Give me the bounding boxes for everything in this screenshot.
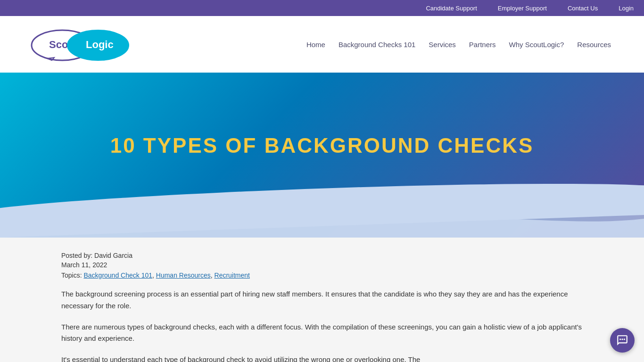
logo[interactable]: Scout Logic bbox=[28, 25, 132, 63]
svg-point-8 bbox=[624, 338, 625, 340]
top-bar-links: Candidate Support Employer Support Conta… bbox=[415, 0, 644, 16]
chat-icon bbox=[616, 334, 628, 346]
nav-services[interactable]: Services bbox=[424, 38, 461, 51]
comma-1: , bbox=[152, 272, 156, 279]
main-header: Scout Logic Home Background Checks 101 S… bbox=[0, 16, 644, 73]
hero-section: 10 TYPES OF BACKGROUND CHECKS bbox=[0, 73, 644, 238]
hero-wave bbox=[0, 190, 644, 238]
topic-bg101[interactable]: Background Check 101 bbox=[83, 272, 152, 279]
post-meta: Posted by: David Garcia March 11, 2022 T… bbox=[61, 252, 583, 279]
nav-why[interactable]: Why ScoutLogic? bbox=[504, 38, 569, 51]
logo-svg: Scout Logic bbox=[28, 25, 132, 63]
post-body: The background screening process is an e… bbox=[61, 288, 583, 362]
topic-recruitment[interactable]: Recruitment bbox=[215, 272, 250, 279]
paragraph-2: There are numerous types of background c… bbox=[61, 321, 583, 345]
contact-us-link[interactable]: Contact Us bbox=[557, 0, 608, 16]
post-topics: Topics: Background Check 101, Human Reso… bbox=[61, 272, 583, 279]
chat-button[interactable] bbox=[610, 328, 635, 353]
nav-home[interactable]: Home bbox=[302, 38, 330, 51]
topics-label: Topics: bbox=[61, 272, 82, 279]
hero-title: 10 TYPES OF BACKGROUND CHECKS bbox=[101, 106, 544, 176]
top-bar: Candidate Support Employer Support Conta… bbox=[0, 0, 644, 16]
paragraph-1: The background screening process is an e… bbox=[61, 288, 583, 312]
content-area: Posted by: David Garcia March 11, 2022 T… bbox=[0, 238, 644, 362]
svg-text:Logic: Logic bbox=[86, 39, 114, 50]
candidate-support-link[interactable]: Candidate Support bbox=[415, 0, 487, 16]
login-link[interactable]: Login bbox=[608, 0, 644, 16]
posted-by: Posted by: David Garcia bbox=[61, 252, 583, 259]
svg-point-7 bbox=[621, 338, 623, 340]
svg-point-6 bbox=[619, 338, 621, 340]
employer-support-link[interactable]: Employer Support bbox=[487, 0, 557, 16]
topic-hr[interactable]: Human Resources bbox=[156, 272, 211, 279]
comma-2: , bbox=[211, 272, 215, 279]
post-date: March 11, 2022 bbox=[61, 261, 583, 269]
main-nav: Home Background Checks 101 Services Part… bbox=[302, 38, 616, 51]
nav-partners[interactable]: Partners bbox=[464, 38, 501, 51]
paragraph-3: It's essential to understand each type o… bbox=[61, 354, 583, 362]
nav-bg-checks[interactable]: Background Checks 101 bbox=[334, 38, 420, 51]
nav-resources[interactable]: Resources bbox=[572, 38, 616, 51]
